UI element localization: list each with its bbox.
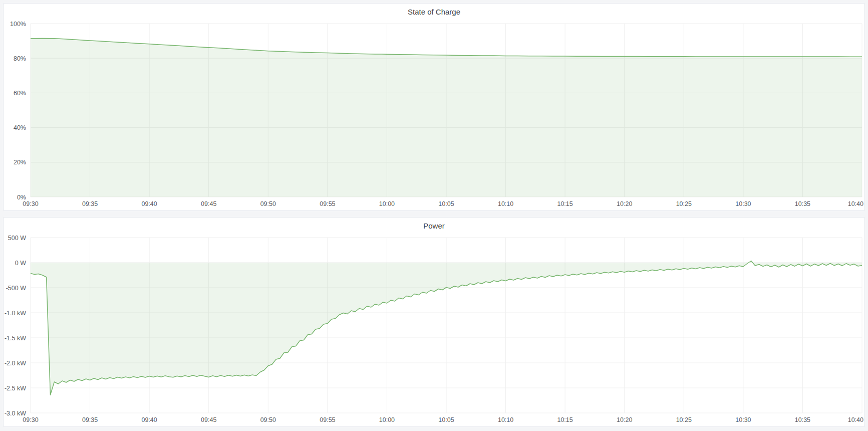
y-tick-label: -1.0 kW — [5, 310, 26, 317]
soc-chart-canvas[interactable]: 100%80%60%40%20%0%09:3009:3509:4009:4509… — [4, 19, 864, 210]
y-tick-label: -2.5 kW — [5, 385, 26, 392]
panel-state-of-charge: State of Charge 100%80%60%40%20%0%09:300… — [3, 3, 865, 211]
x-tick-label: 09:30 — [23, 416, 38, 423]
dashboard: State of Charge 100%80%60%40%20%0%09:300… — [0, 0, 868, 431]
x-tick-label: 09:45 — [201, 416, 216, 423]
x-tick-label: 10:25 — [676, 416, 692, 423]
y-tick-label: 100% — [10, 21, 26, 28]
x-tick-label: 10:00 — [379, 200, 395, 207]
y-tick-label: -2.0 kW — [5, 360, 26, 367]
x-tick-label: 09:35 — [82, 416, 98, 423]
panel-title-power[interactable]: Power — [4, 218, 864, 233]
x-tick-label: 09:35 — [82, 200, 98, 207]
x-tick-label: 09:30 — [23, 200, 38, 207]
x-tick-label: 10:15 — [557, 416, 572, 423]
x-tick-label: 10:35 — [795, 200, 810, 207]
x-tick-label: 10:30 — [735, 200, 751, 207]
x-tick-label: 10:15 — [557, 200, 572, 207]
series-area — [31, 38, 862, 197]
x-tick-label: 09:45 — [201, 200, 216, 207]
x-tick-label: 09:55 — [320, 200, 335, 207]
x-tick-label: 10:35 — [795, 416, 810, 423]
panel-title-state-of-charge[interactable]: State of Charge — [4, 4, 864, 19]
x-tick-label: 10:20 — [617, 416, 632, 423]
x-tick-label: 09:50 — [260, 416, 276, 423]
y-tick-label: 0 W — [15, 260, 26, 267]
x-tick-label: 10:30 — [735, 416, 751, 423]
x-tick-label: 09:55 — [320, 416, 335, 423]
y-tick-label: -500 W — [6, 285, 26, 292]
x-tick-label: 10:05 — [438, 416, 454, 423]
y-tick-label: 500 W — [8, 235, 26, 242]
x-tick-label: 10:40 — [848, 200, 863, 207]
power-chart-canvas[interactable]: 500 W0 W-500 W-1.0 kW-1.5 kW-2.0 kW-2.5 … — [4, 233, 864, 426]
x-tick-label: 09:50 — [260, 200, 276, 207]
x-tick-label: 10:05 — [438, 200, 454, 207]
x-tick-label: 10:10 — [498, 200, 513, 207]
x-tick-label: 10:10 — [498, 416, 513, 423]
y-tick-label: 60% — [14, 90, 26, 97]
x-tick-label: 10:00 — [379, 416, 395, 423]
y-tick-label: -3.0 kW — [5, 410, 26, 417]
x-tick-label: 10:40 — [848, 416, 863, 423]
panel-power: Power 500 W0 W-500 W-1.0 kW-1.5 kW-2.0 k… — [3, 217, 865, 427]
x-tick-label: 09:40 — [141, 200, 157, 207]
x-tick-label: 10:20 — [617, 200, 632, 207]
y-tick-label: 0% — [17, 194, 26, 201]
y-tick-label: 80% — [14, 55, 26, 62]
y-tick-label: 40% — [14, 124, 26, 131]
x-tick-label: 09:40 — [141, 416, 157, 423]
x-tick-label: 10:25 — [676, 200, 692, 207]
y-tick-label: 20% — [14, 159, 26, 166]
y-tick-label: -1.5 kW — [5, 335, 26, 342]
